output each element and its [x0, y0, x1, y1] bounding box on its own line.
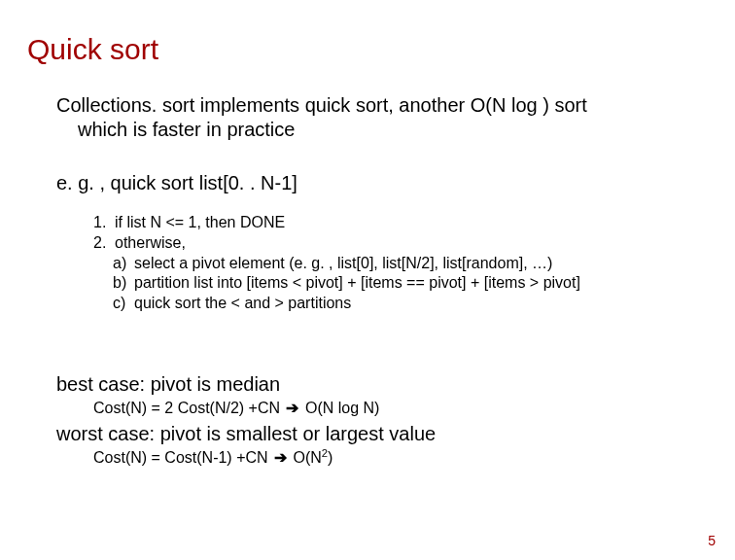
slide-body: Collections. sort implements quick sort,… — [27, 93, 708, 468]
substep-item: a) select a pivot element (e. g. , list[… — [113, 254, 708, 274]
substep-text: quick sort the < and > partitions — [134, 294, 351, 314]
best-case-label: best case: pivot is median — [56, 372, 708, 397]
page-number: 5 — [708, 533, 716, 548]
step-number: 2. — [93, 233, 115, 254]
substep-item: c) quick sort the < and > partitions — [113, 294, 708, 314]
substep-text: select a pivot element (e. g. , list[0],… — [134, 254, 552, 274]
arrow-icon: ➔ — [284, 399, 300, 418]
intro-line-1: Collections. sort implements quick sort,… — [56, 93, 708, 118]
best-case-cost: Cost(N) = 2 Cost(N/2) +CN ➔ O(N log N) — [56, 399, 708, 418]
step-text: if list N <= 1, then DONE — [115, 213, 285, 233]
worst-case-cost: Cost(N) = Cost(N-1) +CN ➔ O(N2) — [56, 448, 708, 468]
step-number: 1. — [93, 213, 115, 233]
substep-letter: a) — [113, 254, 134, 274]
substep-letter: c) — [113, 294, 134, 314]
substep-text: partition list into [items < pivot] + [i… — [134, 273, 580, 294]
substeps-list: a) select a pivot element (e. g. , list[… — [56, 254, 708, 314]
cost-left: Cost(N) = 2 Cost(N/2) +CN — [93, 400, 284, 416]
step-item: 2. otherwise, — [93, 233, 708, 254]
cost-right-prefix: O(N — [289, 449, 322, 466]
step-item: 1. if list N <= 1, then DONE — [93, 213, 708, 233]
steps-list: 1. if list N <= 1, then DONE 2. otherwis… — [56, 213, 708, 254]
step-text: otherwise, — [115, 233, 186, 254]
cases-section: best case: pivot is median Cost(N) = 2 C… — [56, 372, 708, 468]
cost-right: O(N log N) — [300, 400, 379, 416]
intro-paragraph: Collections. sort implements quick sort,… — [56, 93, 708, 142]
cost-right-suffix: ) — [328, 449, 332, 466]
example-line: e. g. , quick sort list[0. . N-1] — [56, 171, 708, 195]
substep-letter: b) — [113, 273, 134, 294]
substep-item: b) partition list into [items < pivot] +… — [113, 273, 708, 294]
arrow-icon: ➔ — [272, 448, 289, 468]
slide-title: Quick sort — [27, 33, 708, 66]
intro-line-2: which is faster in practice — [56, 118, 708, 142]
worst-case-label: worst case: pivot is smallest or largest… — [56, 422, 708, 446]
cost-left: Cost(N) = Cost(N-1) +CN — [93, 449, 272, 466]
